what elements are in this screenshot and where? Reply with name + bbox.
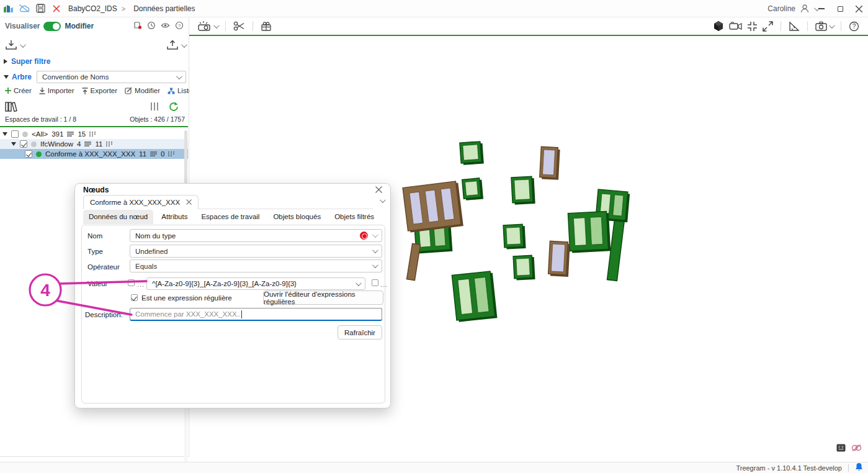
type-select[interactable]: Undefined [130,245,382,258]
close-document-icon[interactable] [48,0,65,17]
regex-checkbox[interactable] [131,294,138,301]
import-export-row [0,38,189,53]
import-button[interactable]: Importer [39,87,74,94]
create-button[interactable]: Créer [5,87,32,94]
modify-button[interactable]: Modifier [125,87,160,94]
tree-checkbox[interactable] [20,140,27,148]
projector-chevron-icon [213,22,220,29]
expand-arrow-icon[interactable] [4,75,9,79]
window-object[interactable] [407,243,421,280]
window-object[interactable] [568,211,611,253]
subtab-espaces-de-travail[interactable]: Espaces de travail [195,210,265,224]
unlink-icon[interactable] [851,444,862,454]
help-panel-icon[interactable]: ? [175,21,184,32]
user-menu[interactable]: Caroline [767,0,818,17]
tab-close-icon[interactable] [186,199,192,206]
window-object[interactable] [511,176,535,205]
save-icon[interactable] [32,0,48,17]
naming-convention-select[interactable]: Convention de Noms [37,71,186,83]
expand-arrow-icon[interactable] [11,142,16,146]
open-regex-editor-button[interactable]: Ouvrir l'éditeur d'expressions régulière… [263,291,383,305]
mode-toggle[interactable] [43,22,61,31]
window-object[interactable] [462,178,483,201]
combo-chevron-icon [356,280,362,286]
expand-view-button[interactable] [760,21,776,32]
super-filter-section[interactable]: Super filtre [4,57,50,66]
operateur-select[interactable]: Equals [130,259,382,273]
grid-dots-icon[interactable] [89,131,96,137]
gift-button[interactable] [258,21,275,32]
notifications-bell-icon[interactable] [855,462,863,473]
export-button[interactable]: Exporter [82,87,117,94]
camera-path-button[interactable] [727,21,745,31]
subtab-objets-filtres[interactable]: Objets filtrés [329,210,380,224]
window-object[interactable] [452,271,497,322]
description-input[interactable]: Commence par XXX_XXX_XXX.. [130,308,382,321]
tree-row-label[interactable]: Conforme à XXX_XXX_XXX [45,150,135,158]
tree-row-label[interactable]: <All> [32,130,48,138]
cube-view-button[interactable] [710,20,727,32]
grid-dots-icon[interactable] [168,151,175,157]
valeur-pre-ellipsis[interactable]: ... [137,281,145,288]
window-object[interactable] [403,181,463,233]
screenshot-button[interactable] [813,21,836,31]
node-tab[interactable]: Conforme à XXX_XXX_XXX [83,195,199,209]
app-logo-icon[interactable] [0,0,16,17]
valeur-post-ellipsis[interactable]: ... [380,281,388,288]
close-window-button[interactable] [849,0,868,17]
visualiser-label[interactable]: Visualiser [5,22,40,30]
tab-list-chevron-icon[interactable] [380,197,386,203]
valeur-input[interactable]: ^[A-Za-z0-9]{3}_[A-Za-z0-9]{3}_[A-Za-z0-… [146,277,365,290]
download-arrow-icon [39,88,45,94]
zoom-fit-button[interactable] [745,21,760,32]
flag-star-icon[interactable] [133,21,142,32]
grid-dots-icon[interactable] [106,141,113,147]
framerate-icon[interactable] [836,444,846,454]
tree-row-conforme[interactable]: Conforme à XXX_XXX_XXX 11 0 [0,149,188,159]
minimize-button[interactable] [812,0,831,17]
breadcrumb-page[interactable]: Données partielles [133,4,195,13]
valeur-pre-checkbox[interactable] [128,279,135,286]
tree-checkbox[interactable] [11,130,19,138]
tree-row-label[interactable]: IfcWindow [40,140,73,148]
list-lines-icon[interactable] [67,131,74,137]
columns-filter-icon[interactable] [150,102,159,113]
subtab-objets-bloques[interactable]: Objets bloqués [267,210,326,224]
subtab-attributs[interactable]: Attributs [156,210,193,224]
tray-upload-chevron-icon[interactable] [181,42,187,48]
tree-row-all[interactable]: <All> 391 15 [0,129,188,139]
tray-download-icon[interactable] [5,40,17,53]
window-object[interactable] [513,255,535,281]
dialog-close-button[interactable] [375,186,384,195]
valeur-post-checkbox[interactable] [372,279,378,286]
window-object[interactable] [540,146,560,180]
expand-arrow-icon[interactable] [2,132,7,136]
combo-chevron-icon [372,262,378,268]
list-lines-icon[interactable] [150,151,157,157]
window-object[interactable] [460,142,484,165]
help-button[interactable]: ? [846,21,862,32]
cut-button[interactable] [231,21,248,31]
subtab-donnees-du-noeud[interactable]: Données du nœud [83,210,153,224]
tray-upload-icon[interactable] [166,40,179,53]
breadcrumb-root[interactable]: BabyCO2_IDS [68,4,117,13]
window-object[interactable] [548,241,570,277]
measure-button[interactable] [786,21,802,32]
refresh-icon[interactable] [168,101,179,114]
tree-row-ifcwindow[interactable]: IfcWindow 4 11 [0,139,188,149]
tree-section-label[interactable]: Arbre [12,73,32,81]
eye-icon[interactable] [161,21,170,32]
cloud-offline-icon[interactable] [16,0,32,17]
regex-checkbox-label[interactable]: Est une expression régulière [141,294,232,302]
tray-download-chevron-icon[interactable] [20,42,26,48]
library-icon[interactable] [5,101,17,114]
projector-button[interactable] [195,20,220,32]
maximize-button[interactable] [831,0,849,17]
nom-input[interactable]: Nom du type [130,229,382,242]
modifier-label[interactable]: Modifier [65,22,94,30]
tree-checkbox[interactable] [25,150,32,158]
window-object[interactable] [503,224,526,250]
history-icon[interactable] [147,21,156,32]
refresh-button[interactable]: Rafraîchir [338,325,382,340]
list-lines-icon[interactable] [84,141,91,147]
